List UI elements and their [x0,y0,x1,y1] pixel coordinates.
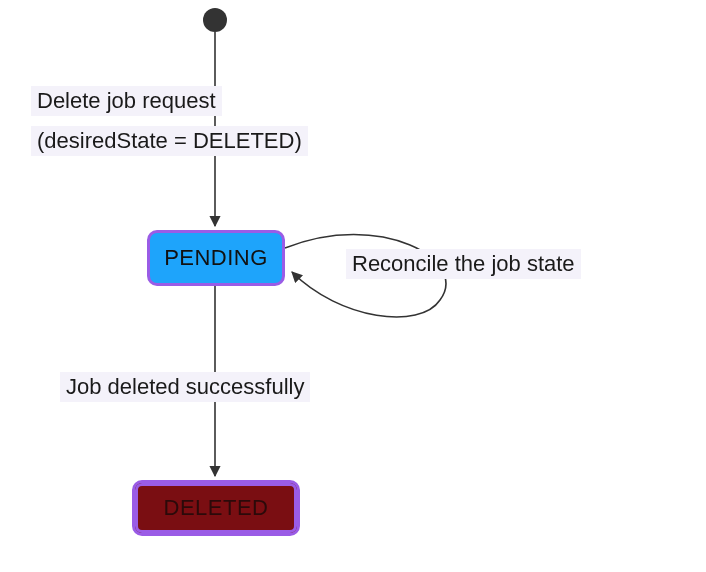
state-deleted: DELETED [132,480,300,536]
state-diagram: PENDING DELETED Delete job request (desi… [0,0,706,572]
state-pending: PENDING [147,230,285,286]
state-deleted-label: DELETED [164,495,269,521]
transition-label-delete-request-line2: (desiredState = DELETED) [31,126,308,156]
state-pending-label: PENDING [164,245,268,271]
transition-label-reconcile: Reconcile the job state [346,249,581,279]
transition-label-deleted: Job deleted successfully [60,372,310,402]
transition-label-delete-request-line1: Delete job request [31,86,222,116]
initial-state-icon [203,8,227,32]
